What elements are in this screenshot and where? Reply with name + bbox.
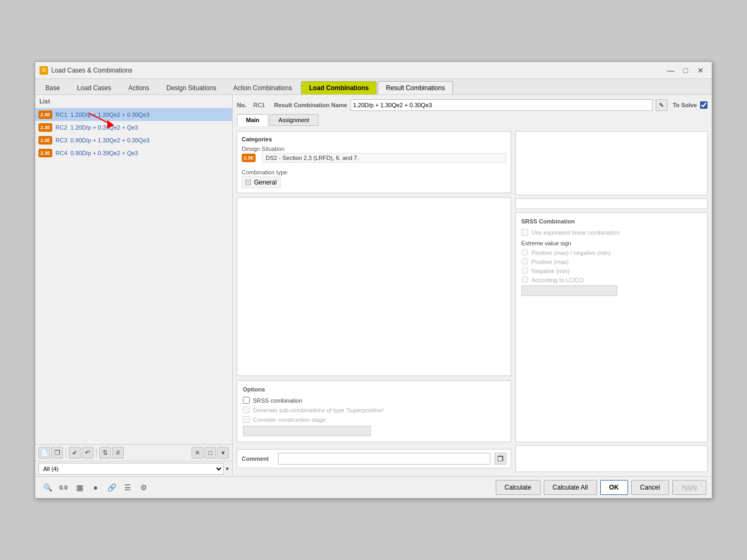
- subcombo-checkbox[interactable]: [243, 406, 250, 413]
- comment-input[interactable]: [278, 453, 490, 465]
- no-value: RC1: [250, 100, 269, 110]
- extreme-value-label: Extreme value sign: [521, 240, 702, 246]
- minimize-button[interactable]: ―: [664, 65, 678, 76]
- combination-type-value: General: [242, 177, 281, 188]
- info-row: No. RC1 Result Combination Name ✎ To Sol…: [237, 99, 708, 111]
- right-section: SRSS Combination Use equivalent linear c…: [515, 131, 708, 442]
- radio-negmin-input[interactable]: [521, 267, 528, 274]
- tab-result-combinations[interactable]: Result Combinations: [378, 81, 453, 94]
- comment-edit-button[interactable]: ❐: [495, 453, 506, 465]
- slider-placeholder: [243, 426, 371, 436]
- tab-design-situations[interactable]: Design Situations: [158, 81, 224, 94]
- comment-right-area: [515, 445, 708, 472]
- calculate-button[interactable]: Calculate: [496, 480, 541, 495]
- titlebar-controls: ― □ ✕: [664, 65, 708, 76]
- no-label: No.: [237, 102, 247, 108]
- combination-type-text: General: [254, 179, 277, 186]
- options-title: Options: [243, 386, 505, 393]
- list-item-rc4-label: RC4 0.90D/p + 0.39Qe2 + Qe3: [55, 150, 138, 156]
- comment-label: Comment: [242, 455, 274, 462]
- bottom-bar: 🔍 0.0 ▦ ● 🔗 ☰ ⚙ Calculate Calculate All …: [35, 476, 712, 498]
- srss-equiv-row: Use equivalent linear combination: [521, 229, 702, 236]
- radio-posmax-input[interactable]: [521, 258, 528, 265]
- ok-button[interactable]: OK: [600, 480, 628, 495]
- reorder-button[interactable]: ⇅: [99, 447, 111, 459]
- cancel-button[interactable]: Cancel: [631, 480, 669, 495]
- new-item-button[interactable]: 📄: [38, 447, 50, 459]
- list-item-rc3-label: RC3 0.90D/p + 1.30Qe2 + 0.30Qe3: [55, 137, 149, 143]
- list-item[interactable]: 2.3E RC3 0.90D/p + 1.30Qe2 + 0.30Qe3: [35, 134, 232, 147]
- srss-checkbox[interactable]: [243, 397, 250, 404]
- number-bottom-button[interactable]: 0.0: [57, 481, 70, 494]
- use-equiv-checkbox[interactable]: [521, 229, 528, 236]
- settings-bottom-button[interactable]: ⚙: [137, 481, 150, 494]
- combination-type-label: Combination type: [242, 169, 506, 175]
- to-solve-checkbox[interactable]: [700, 101, 708, 109]
- calculate-all-button[interactable]: Calculate All: [544, 480, 597, 495]
- no-field-group: No. RC1: [237, 100, 269, 110]
- list-item[interactable]: 2.3E RC4 0.90D/p + 0.39Qe2 + Qe3: [35, 147, 232, 159]
- edit-name-button[interactable]: ✎: [656, 99, 667, 111]
- left-panel: List 2.3E RC1 1.20D/p + 1.30Qe2 + 0.30Qe…: [35, 95, 233, 476]
- search-bottom-button[interactable]: 🔍: [41, 481, 54, 494]
- bottom-icons: 🔍 0.0 ▦ ● 🔗 ☰ ⚙: [41, 481, 491, 494]
- radio-lcco-label: According to LC/CO: [531, 277, 584, 283]
- titlebar-left: ⚙ Load Cases & Combinations: [39, 66, 132, 75]
- radio-posneg-label: Positive (max) / negative (min): [531, 250, 611, 256]
- maximize-button[interactable]: □: [679, 65, 693, 76]
- subcombo-option-row: Generate sub-combinations of type 'Super…: [243, 406, 505, 413]
- apply-button[interactable]: Apply: [672, 480, 706, 495]
- toolbar-separator: [66, 448, 66, 458]
- to-solve-label: To Solve: [673, 102, 697, 108]
- to-solve-field-group: To Solve: [673, 101, 708, 109]
- list-items: 2.3E RC1 1.20D/p + 1.30Qe2 + 0.30Qe3 2.3…: [35, 108, 232, 444]
- module-bottom-button[interactable]: ☰: [121, 481, 134, 494]
- more-button[interactable]: ▾: [217, 447, 229, 459]
- undo-button[interactable]: ↶: [82, 447, 93, 459]
- right-panel: No. RC1 Result Combination Name ✎ To Sol…: [233, 95, 712, 476]
- categories-section: Categories Design Situation 2.3E DS2 - S…: [237, 131, 511, 193]
- check-button[interactable]: ✔: [69, 447, 81, 459]
- filter-select[interactable]: All (4): [38, 463, 224, 475]
- badge-rc1: 2.3E: [38, 110, 52, 119]
- design-sit-badge: 2.3E: [242, 154, 256, 162]
- badge-rc2: 2.3E: [38, 123, 52, 132]
- tab-load-cases[interactable]: Load Cases: [69, 81, 119, 94]
- right-top-panel: [515, 131, 708, 195]
- svg-line-0: [89, 113, 110, 124]
- use-equiv-label: Use equivalent linear combination: [531, 229, 619, 236]
- model-bottom-button[interactable]: ▦: [73, 481, 86, 494]
- filter-dropdown-icon: ▾: [226, 465, 229, 473]
- duplicate-button[interactable]: ❐: [51, 447, 63, 459]
- tab-actions[interactable]: Actions: [120, 81, 157, 94]
- left-section: Categories Design Situation 2.3E DS2 - S…: [237, 131, 511, 442]
- main-content: Categories Design Situation 2.3E DS2 - S…: [237, 131, 708, 442]
- content-area: List 2.3E RC1 1.20D/p + 1.30Qe2 + 0.30Qe…: [35, 95, 712, 476]
- sub-tabs: Main Assignment: [237, 114, 708, 126]
- list-item[interactable]: 2.3E RC1 1.20D/p + 1.30Qe2 + 0.30Qe3: [35, 108, 232, 121]
- close-button[interactable]: ✕: [694, 65, 708, 76]
- srss-label: SRSS combination: [253, 397, 302, 404]
- sub-tab-assignment[interactable]: Assignment: [269, 114, 318, 126]
- list-header: List: [35, 95, 232, 108]
- dot-bottom-button[interactable]: ●: [89, 481, 102, 494]
- badge-rc4: 2.3E: [38, 149, 52, 157]
- sub-tab-main[interactable]: Main: [237, 114, 268, 126]
- view-button[interactable]: □: [204, 447, 216, 459]
- tab-action-combinations[interactable]: Action Combinations: [225, 81, 300, 94]
- srss-section: SRSS Combination Use equivalent linear c…: [515, 212, 708, 442]
- link-bottom-button[interactable]: 🔗: [105, 481, 118, 494]
- radio-posneg-input[interactable]: [521, 249, 528, 256]
- tab-base[interactable]: Base: [37, 81, 68, 94]
- lc-co-input: [521, 285, 617, 296]
- filter-row: All (4) ▾: [35, 461, 232, 476]
- window-title: Load Cases & Combinations: [51, 67, 132, 74]
- construction-checkbox[interactable]: [243, 416, 250, 423]
- delete-button[interactable]: ✕: [192, 447, 203, 459]
- srss-option-row: SRSS combination: [243, 397, 505, 404]
- radio-lcco-input[interactable]: [521, 276, 528, 283]
- list-item[interactable]: 2.3E RC2 1.20D/p + 0.39Qe2 + Qe3: [35, 121, 232, 134]
- name-input[interactable]: [351, 99, 653, 111]
- tab-load-combinations[interactable]: Load Combinations: [301, 81, 377, 94]
- number-button[interactable]: #: [112, 447, 124, 459]
